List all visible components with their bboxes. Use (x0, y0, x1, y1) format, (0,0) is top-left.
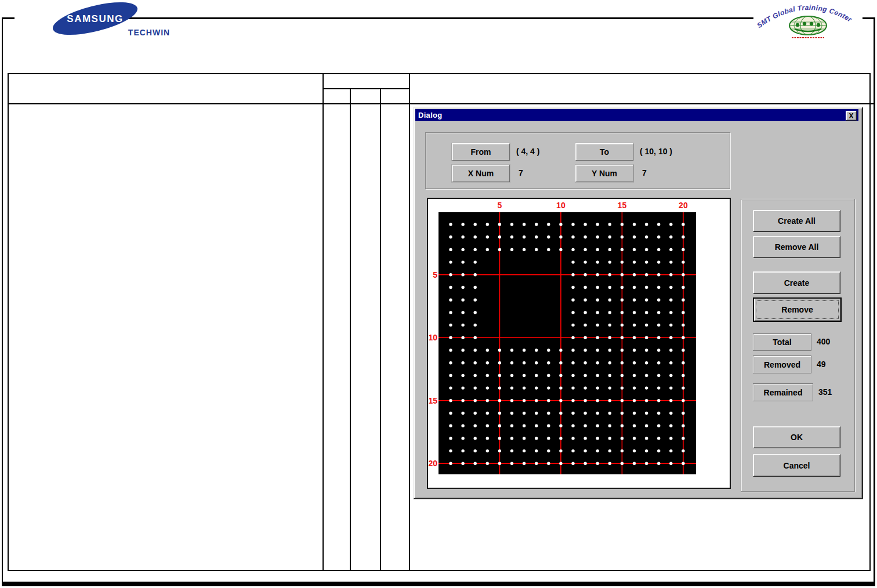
table-border-bottom (8, 570, 871, 571)
svg-text:15: 15 (428, 396, 437, 405)
table-col-rule-3 (380, 88, 381, 571)
table-col-rule-4 (409, 73, 410, 571)
dialog-title: Dialog (415, 111, 443, 119)
remove-button[interactable]: Remove (753, 297, 842, 322)
create-button[interactable]: Create (753, 271, 840, 294)
total-label-box: Total (753, 333, 811, 351)
page-border-left (2, 17, 3, 582)
table-border-top (8, 73, 871, 74)
ball-grid-canvas[interactable]: 51015205101520 (427, 198, 731, 489)
ynum-value: 7 (642, 165, 647, 181)
to-button[interactable]: To (575, 143, 633, 161)
table-border-right (869, 73, 871, 571)
table-subheader-rule (322, 88, 410, 89)
to-value: ( 10, 10 ) (640, 143, 672, 159)
actions-groupbox: Create All Remove All Create Remove Tota… (741, 199, 855, 492)
ok-button[interactable]: OK (753, 426, 840, 448)
svg-text:20: 20 (679, 201, 688, 210)
svg-text:10: 10 (556, 201, 566, 210)
total-value: 400 (817, 333, 830, 350)
cancel-button[interactable]: Cancel (753, 454, 840, 477)
removed-value: 49 (817, 355, 826, 372)
remained-value: 351 (818, 383, 832, 400)
page-border-right (874, 17, 875, 582)
dialog-window: Dialog X From ( 4, 4 ) To ( 10, 10 ) X N… (413, 107, 863, 499)
samsung-techwin-logo: SAMSUNG TECHWIN (15, 1, 183, 39)
table-header-rule (8, 103, 875, 104)
close-icon: X (849, 112, 853, 119)
page-footer-bar (2, 582, 875, 586)
samsung-sub-text: TECHWIN (128, 28, 170, 37)
svg-text:15: 15 (618, 201, 627, 210)
table-col-rule-2 (350, 88, 351, 571)
svg-text:10: 10 (428, 333, 437, 342)
svg-text:5: 5 (433, 270, 437, 280)
removed-label-box: Removed (753, 355, 811, 373)
xnum-button[interactable]: X Num (452, 165, 510, 182)
smt-global-training-center-logo: SMT Global Training Center (751, 0, 867, 43)
dialog-titlebar[interactable]: Dialog X (415, 109, 858, 121)
xnum-value: 7 (519, 165, 523, 181)
table-col-rule-1 (322, 73, 324, 571)
svg-text:20: 20 (428, 459, 437, 468)
from-value: ( 4, 4 ) (516, 143, 539, 159)
remained-label-box: Remained (753, 383, 813, 401)
create-all-button[interactable]: Create All (753, 210, 840, 232)
svg-text:5: 5 (498, 201, 502, 210)
samsung-brand-text: SAMSUNG (67, 13, 123, 24)
table-border-left (8, 73, 9, 571)
document-page: SAMSUNG TECHWIN SMT Global Training Cent… (0, 0, 877, 588)
ynum-button[interactable]: Y Num (575, 165, 633, 182)
from-button[interactable]: From (452, 143, 510, 161)
remove-all-button[interactable]: Remove All (753, 236, 840, 258)
dot-grid[interactable]: 51015205101520 (428, 199, 730, 488)
close-button[interactable]: X (846, 111, 857, 121)
